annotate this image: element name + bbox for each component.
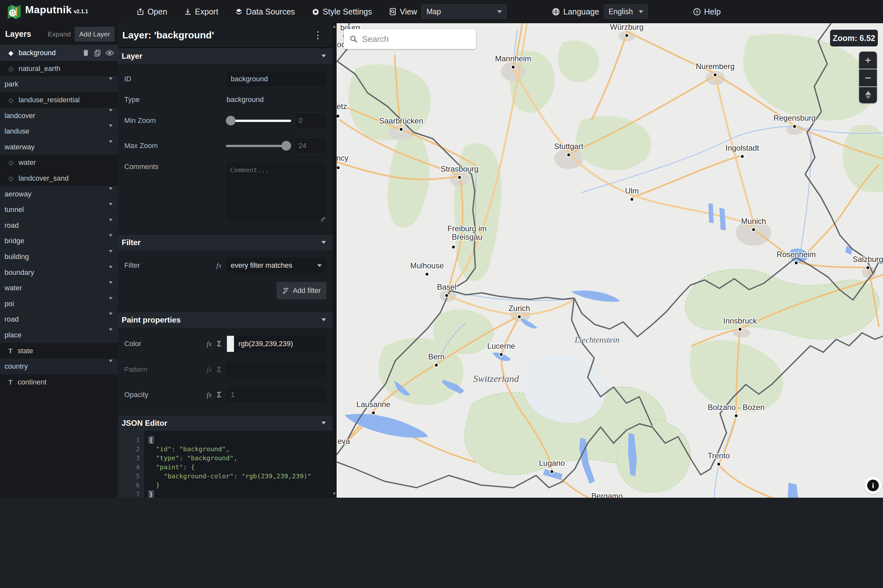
layer-list-item-aeroway[interactable]: aeroway [0,186,118,202]
view-button[interactable]: View Map [389,4,507,19]
map-city-label: Mulhouse [410,262,444,270]
language-select[interactable]: English [604,4,648,19]
text-layer-icon: T [8,378,13,386]
layer-list-item-state[interactable]: Tstate [0,343,118,358]
slider-thumb[interactable] [226,116,236,126]
add-filter-button[interactable]: Add filter [276,282,327,299]
max-zoom-input[interactable] [294,137,327,154]
pattern-input[interactable] [226,361,327,378]
language-button[interactable]: Language English [552,4,647,19]
layer-list-item-park[interactable]: park [0,76,118,92]
background-color-input[interactable]: rgb(239,239,239) [226,335,327,353]
map-city-dot [735,414,738,417]
layer-list-item-bridge[interactable]: bridge [0,233,118,249]
scroll-down-icon[interactable] [333,492,336,495]
map-city-label: Zurich [509,304,530,312]
map-city-dot [714,74,717,76]
layer-list-item-building[interactable]: building [0,249,118,265]
fx-icon[interactable]: fx [216,261,221,270]
bearing-down-icon [865,96,871,99]
layer-list-item-boundary[interactable]: boundary [0,264,118,280]
layer-label: continent [18,378,47,386]
layer-list-item-road[interactable]: road [0,312,118,327]
color-swatch[interactable] [226,335,234,352]
layer-list-item-natural_earth[interactable]: ◇natural_earth [0,61,118,77]
map-view[interactable]: bourgocWürzburgMannheimNurembergSaarbrüc… [336,23,883,498]
json-code-editor[interactable]: 1234567 { "id": "background", "type": "b… [118,431,332,498]
layer-list-item-water[interactable]: water [0,280,118,296]
zoom-out-button[interactable]: − [859,69,877,87]
layer-list-item-landcover[interactable]: landcover [0,108,118,123]
expand-button[interactable]: Expand [44,27,75,41]
layer-label: boundary [5,268,34,277]
max-zoom-slider[interactable] [226,141,291,151]
chevron-down-icon [321,318,326,321]
help-button[interactable]: ? Help [693,7,721,16]
duplicate-layer-icon[interactable] [94,49,101,57]
svg-text:?: ? [695,9,698,14]
layer-label: country [5,362,28,370]
fx-icon[interactable]: fx [207,391,212,399]
map-city-label: Freiburg im Breisgau [447,225,487,241]
layer-list-item-place[interactable]: place [0,327,118,343]
section-json-editor[interactable]: JSON Editor [118,415,332,431]
fx-icon[interactable]: fx [207,340,212,348]
layer-list-item-landcover_sand[interactable]: ◇landcover_sand [0,171,118,186]
chevron-down-icon [109,315,113,324]
sigma-icon[interactable]: Σ [217,340,221,348]
map-search-box[interactable] [344,29,476,49]
section-filter[interactable]: Filter [118,234,332,250]
search-input[interactable] [362,34,470,44]
editor-scrollbar[interactable] [332,23,336,498]
open-button[interactable]: Open [137,7,167,16]
map-region-label: Switzerland [473,373,519,384]
map-city-dot [445,294,448,297]
paint-fields: Color fxΣ rgb(239,239,239) Pattern fxΣ O… [118,328,332,415]
compass-button[interactable] [859,87,877,103]
data-sources-button[interactable]: Data Sources [235,7,295,16]
zoom-in-button[interactable]: + [859,52,877,69]
layer-list-item-landuse[interactable]: landuse [0,123,118,140]
layer-label: poi [5,300,14,308]
layer-list-item-background[interactable]: ◆background [0,45,118,61]
filter-label: Filter [124,261,216,270]
map-attribution-button[interactable]: i [864,477,882,494]
opacity-input[interactable] [226,386,327,403]
layer-list-item-water[interactable]: ◇water [0,155,118,171]
sigma-icon[interactable]: Σ [217,391,221,399]
id-input[interactable] [226,71,327,87]
map-canvas[interactable] [336,23,883,498]
chevron-down-icon [109,300,113,308]
slider-thumb[interactable] [281,141,291,151]
section-paint-properties[interactable]: Paint properties [118,312,332,328]
style-settings-button[interactable]: Style Settings [312,7,372,16]
add-layer-button[interactable]: Add Layer [75,27,114,42]
visibility-icon[interactable] [105,50,114,56]
map-city-label: Bergamo [591,492,623,498]
layer-list-item-landuse_residential[interactable]: ◇landuse_residential [0,92,118,108]
chevron-down-icon [109,252,113,261]
map-city-label: Lugano [539,459,565,467]
layer-list-item-waterway[interactable]: waterway [0,140,118,155]
pattern-label: Pattern [124,366,207,374]
layer-list-item-tunnel[interactable]: tunnel [0,202,118,218]
filter-combinator-select[interactable]: every filter matches [226,257,327,273]
section-layer[interactable]: Layer [118,48,332,64]
map-city-label: Salzburg [853,255,883,264]
min-zoom-input[interactable] [294,112,327,129]
json-code-lines[interactable]: { "id": "background", "type": "backgroun… [144,431,311,498]
scroll-up-icon[interactable] [333,25,336,28]
comments-textarea[interactable] [226,163,327,221]
chevron-down-icon [321,241,326,244]
min-zoom-slider[interactable] [226,116,291,126]
map-city-label: Bolzano - Bozen [708,403,764,412]
export-button[interactable]: Export [184,7,218,16]
delete-layer-icon[interactable] [82,49,89,57]
layer-list-item-poi[interactable]: poi [0,296,118,312]
layer-list-item-country[interactable]: country [0,358,118,375]
layer-list-item-continent[interactable]: Tcontinent [0,374,118,390]
layer-list-item-road[interactable]: road [0,218,118,234]
view-select[interactable]: Map [422,4,507,19]
layer-menu-icon[interactable]: ⋮ [311,29,325,41]
map-city-label: Munich [741,217,766,225]
